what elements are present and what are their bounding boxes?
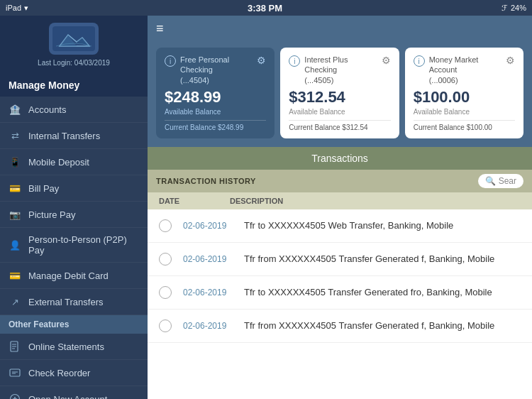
status-bar: iPad ▾ 3:38 PM ℱ 24% — [0, 0, 532, 16]
settings-icon-1[interactable]: ⚙ — [382, 55, 391, 66]
info-icon-1[interactable]: i — [289, 55, 300, 67]
sidebar-item-accounts[interactable]: 🏦 Accounts — [0, 97, 148, 123]
row-select-0[interactable] — [159, 219, 172, 232]
transactions-list: 02-06-2019 Tfr to XXXXXX4505 Web Transfe… — [148, 209, 532, 399]
account-balance-0: $248.99 — [165, 88, 266, 106]
transactions-toolbar: TRANSACTION HISTORY 🔍 Sear — [148, 170, 532, 192]
sidebar-item-label: Internal Transfers — [28, 131, 100, 141]
current-balance-2: Current Balance $100.00 — [414, 120, 515, 131]
sidebar-item-check-reorder[interactable]: Check Reorder — [0, 360, 148, 386]
external-icon: ↗ — [9, 295, 21, 308]
sidebar-item-label: Open New Account — [28, 394, 107, 400]
account-number-0: (...4504) — [180, 75, 257, 85]
menu-icon[interactable]: ≡ — [156, 21, 164, 36]
account-card-1[interactable]: i Interest Plus Checking (...4505) ⚙ $31… — [280, 48, 399, 138]
svg-rect-8 — [10, 369, 20, 376]
battery-label: 24% — [511, 4, 526, 12]
info-icon-0[interactable]: i — [165, 55, 176, 67]
card-icon: 💳 — [9, 269, 21, 282]
sidebar-item-bill-pay[interactable]: 💳 Bill Pay — [0, 175, 148, 202]
p2p-icon: 👤 — [9, 239, 21, 251]
account-card-2[interactable]: i Money Market Account (...0006) ⚙ $100.… — [405, 48, 523, 138]
sidebar-item-open-new-account[interactable]: Open New Account — [0, 386, 148, 399]
search-placeholder: Sear — [499, 176, 516, 186]
sidebar: Last Login: 04/03/2019 Manage Money 🏦 Ac… — [0, 16, 148, 399]
balance-label-1: Available Balance — [289, 108, 390, 116]
camera-icon: 📷 — [9, 208, 21, 221]
table-row[interactable]: 02-06-2019 Tfr to XXXXXX4505 Web Transfe… — [148, 209, 532, 243]
sidebar-item-label: Manage Debit Card — [28, 270, 109, 281]
search-icon: 🔍 — [485, 176, 496, 186]
transactions-title: Transactions — [148, 147, 532, 170]
sidebar-item-label: Person-to-Person (P2P) Pay — [28, 234, 139, 256]
bank-icon: 🏦 — [9, 103, 21, 116]
bluetooth-icon: ℱ — [501, 4, 508, 13]
status-left: iPad ▾ — [6, 4, 28, 13]
date-column-header: DATE — [159, 197, 216, 205]
account-name-2: Money Market Account — [429, 55, 506, 75]
tx-desc-1: Tfr from XXXXXX4505 Transfer Generated f… — [244, 253, 521, 264]
account-name-1: Interest Plus Checking — [304, 55, 381, 75]
sidebar-item-label: Mobile Deposit — [28, 157, 89, 168]
balance-label-0: Available Balance — [165, 108, 266, 116]
sidebar-item-mobile-deposit[interactable]: 📱 Mobile Deposit — [0, 149, 148, 175]
table-row[interactable]: 02-06-2019 Tfr from XXXXXX4505 Transfer … — [148, 243, 532, 276]
settings-icon-2[interactable]: ⚙ — [506, 55, 515, 66]
column-headers: DATE DESCRIPTION — [148, 192, 532, 209]
tx-date-3: 02-06-2019 — [183, 321, 233, 331]
status-time: 3:38 PM — [248, 3, 282, 13]
top-bar: ≡ — [148, 16, 532, 42]
tx-date-2: 02-06-2019 — [183, 288, 233, 297]
sidebar-item-online-statements[interactable]: Online Statements — [0, 334, 148, 360]
sidebar-item-label: Accounts — [28, 104, 66, 115]
table-row[interactable]: 02-06-2019 Tfr to XXXXXX4505 Transfer Ge… — [148, 276, 532, 310]
tx-desc-0: Tfr to XXXXXX4505 Web Transfer, Banking,… — [244, 220, 521, 231]
other-features-header: Other Features — [0, 315, 148, 334]
row-select-1[interactable] — [159, 253, 172, 266]
bill-icon: 💳 — [9, 182, 21, 195]
desc-column-header: DESCRIPTION — [230, 197, 521, 205]
account-balance-1: $312.54 — [289, 88, 390, 106]
sidebar-item-label: External Transfers — [28, 297, 104, 307]
account-balance-2: $100.00 — [414, 88, 515, 106]
sidebar-item-label: Online Statements — [28, 341, 104, 352]
table-row[interactable]: 02-06-2019 Tfr from XXXXXX4505 Transfer … — [148, 310, 532, 343]
tx-desc-2: Tfr to XXXXXX4505 Transfer Generated fro… — [244, 287, 521, 297]
sidebar-item-manage-debit[interactable]: 💳 Manage Debit Card — [0, 263, 148, 289]
status-right: ℱ 24% — [501, 4, 526, 13]
current-balance-0: Current Balance $248.99 — [165, 120, 266, 131]
sidebar-item-label: Bill Pay — [28, 183, 59, 194]
row-select-2[interactable] — [159, 286, 172, 299]
balance-label-2: Available Balance — [414, 108, 515, 116]
wifi-icon: ▾ — [24, 4, 28, 13]
transfer-icon: ⇄ — [9, 129, 21, 142]
check-icon — [9, 366, 21, 379]
sidebar-item-p2p-pay[interactable]: 👤 Person-to-Person (P2P) Pay — [0, 228, 148, 263]
logo-svg — [52, 26, 95, 51]
svg-rect-0 — [52, 26, 95, 51]
sidebar-item-label: Check Reorder — [28, 368, 90, 378]
current-balance-1: Current Balance $312.54 — [289, 120, 390, 131]
last-login: Last Login: 04/03/2019 — [38, 59, 110, 67]
tx-desc-3: Tfr from XXXXXX4505 Transfer Generated f… — [244, 320, 521, 331]
tx-date-1: 02-06-2019 — [183, 254, 233, 264]
info-icon-2[interactable]: i — [414, 55, 425, 67]
sidebar-item-external-transfers[interactable]: ↗ External Transfers — [0, 289, 148, 315]
manage-money-header: Manage Money — [0, 74, 148, 97]
sidebar-item-internal-transfers[interactable]: ⇄ Internal Transfers — [0, 123, 148, 149]
account-name-0: Free Personal Checking — [180, 55, 257, 75]
add-icon — [9, 393, 21, 399]
account-card-0[interactable]: i Free Personal Checking (...4504) ⚙ $24… — [156, 48, 275, 138]
sidebar-item-label: Picture Pay — [28, 209, 75, 220]
row-select-3[interactable] — [159, 319, 172, 332]
sidebar-item-picture-pay[interactable]: 📷 Picture Pay — [0, 202, 148, 228]
tx-date-0: 02-06-2019 — [183, 221, 233, 231]
account-number-2: (...0006) — [429, 75, 506, 85]
account-cards: i Free Personal Checking (...4504) ⚙ $24… — [148, 42, 532, 147]
history-label: TRANSACTION HISTORY — [156, 177, 256, 185]
app-logo — [49, 23, 99, 55]
settings-icon-0[interactable]: ⚙ — [257, 55, 266, 66]
search-box[interactable]: 🔍 Sear — [478, 174, 523, 188]
deposit-icon: 📱 — [9, 155, 21, 168]
main-content: ≡ i Free Personal Checking (...4504) ⚙ $… — [148, 16, 532, 399]
